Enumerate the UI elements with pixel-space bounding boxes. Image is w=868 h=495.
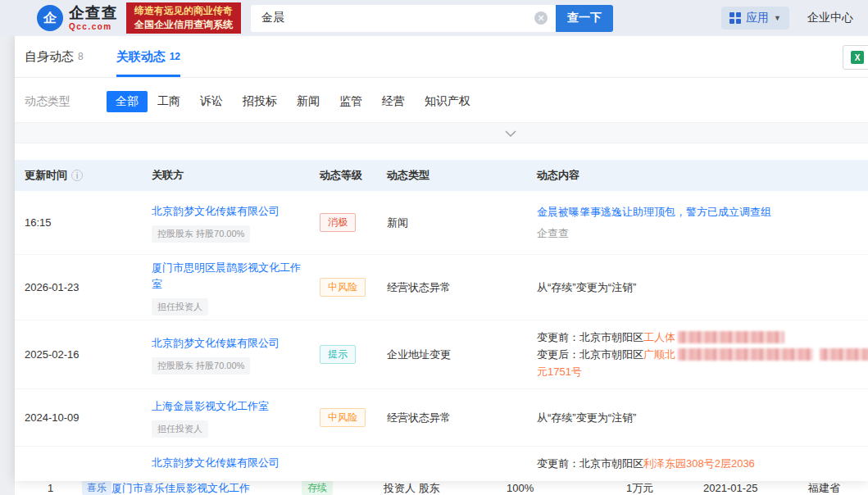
slogan-line1: 缔造有远见的商业传奇 [134,4,233,18]
search-box: ✕ 查一下 [251,5,613,32]
apps-label: 应用 [746,11,769,25]
address-before: 变更前：北京市朝阳区工人体 [537,329,784,346]
party-link[interactable]: 北京韵梦文化传媒有限公司 [152,455,279,471]
address-after-tail: 元1751号 [537,363,582,380]
tabs-bar: 自身动态 8 关联动态 12 X 导出 [15,36,868,78]
party-role-tag: 控股股东 持股70.00% [152,225,250,243]
level-badge-tip: 提示 [320,345,356,364]
qcc-logo-icon: 企 [37,5,63,31]
party-link[interactable]: 上海金晨影视文化工作室 [152,398,269,415]
export-button[interactable]: X 导出 [843,45,868,70]
table-row: 16:15 北京韵梦文化传媒有限公司 控股股东 持股70.00% 消极 新闻 金… [15,191,868,255]
tab-related-dynamics[interactable]: 关联动态 12 [116,36,180,77]
address-before-label: 变更前：北京市朝阳区 [537,331,643,343]
amount-cell: 1万元 [626,481,653,495]
tab-count: 12 [170,51,180,62]
enterprise-center-link[interactable]: 企业中心 [807,11,853,25]
table-row: 2024-10-09 上海金晨影视文化工作室 担任投资人 中风险 经营状态异常 … [15,389,868,447]
row-type: 新闻 [387,216,408,230]
redacted-text [678,348,813,361]
row-time: 2024-10-09 [25,411,80,424]
table-row: 2026-01-23 厦门市思明区晨鹊影视文化工作室 担任投资人 中风险 经营状… [15,255,868,320]
company-link[interactable]: 厦门市喜乐佳辰影视文化工作 [111,481,250,495]
date-cell: 2021-01-25 [703,481,758,495]
redacted-text [820,348,868,361]
tab-label: 关联动态 [116,49,166,65]
tab-count: 8 [78,51,84,62]
party-link[interactable]: 北京韵梦文化传媒有限公司 [152,335,279,352]
qcc-logo[interactable]: 企 企查查 Qcc.com [37,5,118,31]
news-source: 企查查 [537,226,569,241]
row-time: 2026-01-23 [25,281,80,293]
slogan-banner: 缔造有远见的商业传奇 全国企业信用查询系统 [126,2,241,34]
col-header-level: 动态等级 [320,168,362,183]
news-title-link[interactable]: 金晨被曝肇事逃逸让助理顶包，警方已成立调查组 [537,204,771,220]
tab-label: 自身动态 [25,49,74,65]
table-header: 更新时间 i 关联方 动态等级 动态类型 动态内容 [15,160,868,191]
redacted-text [678,331,784,343]
level-badge-negative: 消极 [320,213,356,232]
filter-all[interactable]: 全部 [107,91,148,112]
page-gutter [0,36,15,495]
level-badge-medium: 中风险 [320,408,366,427]
address-before-label: 变更前：北京市朝阳区 [537,457,643,470]
background-table-row: 1 喜乐 厦门市喜乐佳辰影视文化工作 存续 投资人 股东 100% 1万元 20… [0,481,868,495]
col-header-content: 动态内容 [537,168,579,183]
address-before: 变更前：北京市朝阳区利泽东园308号2层2036 [537,455,755,472]
row-content: 从“存续”变更为“注销” [537,411,636,425]
clear-search-icon[interactable]: ✕ [534,11,548,25]
party-role-tag: 担任投资人 [152,420,208,438]
table-row: 2025-02-16 北京韵梦文化传媒有限公司 控股股东 持股70.00% 提示… [15,320,868,389]
party-role-tag: 控股股东 持股70.00% [152,357,250,375]
address-after-highlight: 广顺北 [643,348,675,361]
table-row: 北京韵梦文化传媒有限公司 变更前：北京市朝阳区利泽东园308号2层2036 [15,447,868,481]
col-header-type: 动态类型 [387,168,429,183]
chevron-down-icon: ▼ [774,14,781,22]
percent-cell: 100% [507,481,534,495]
filter-lawsuit[interactable]: 诉讼 [200,91,223,112]
filter-bidding[interactable]: 招投标 [243,91,277,112]
row-type: 经营状态异常 [387,411,451,425]
info-icon[interactable]: i [71,170,83,181]
filter-supervision[interactable]: 监管 [339,91,362,112]
party-link[interactable]: 厦门市思明区晨鹊影视文化工作室 [152,260,308,293]
slogan-line2: 全国企业信用查询系统 [134,18,233,32]
search-input[interactable] [251,5,556,32]
row-type: 经营状态异常 [387,280,451,295]
search-button[interactable]: 查一下 [556,5,613,32]
filter-business[interactable]: 工商 [157,91,180,112]
apps-dropdown[interactable]: 应用 ▼ [721,7,789,30]
chevron-down-icon [505,130,516,138]
collapse-toggle[interactable] [15,122,868,143]
address-after: 变更后：北京市朝阳区广顺北 [537,346,868,363]
dynamics-modal: 自身动态 8 关联动态 12 X 导出 动态类型 全部 工商 诉讼 招投标 新闻… [15,36,868,481]
brand-name: 企查查 [69,5,118,20]
company-short-tag: 喜乐 [82,481,111,495]
row-type: 企业地址变更 [387,347,451,362]
dynamics-type-filter: 动态类型 全部 工商 诉讼 招投标 新闻 监管 经营 知识产权 [15,78,868,112]
level-badge-medium: 中风险 [320,278,366,297]
row-index: 1 [48,481,53,495]
top-navbar: 企 企查查 Qcc.com 缔造有远见的商业传奇 全国企业信用查询系统 ✕ 查一… [0,0,868,36]
col-header-time: 更新时间 [25,168,67,183]
row-content: 从“存续”变更为“注销” [537,280,636,295]
filter-label: 动态类型 [25,94,70,109]
filter-ip[interactable]: 知识产权 [425,91,470,112]
dynamics-table: 更新时间 i 关联方 动态等级 动态类型 动态内容 16:15 北京韵梦文化传媒… [15,160,868,481]
excel-icon: X [851,51,864,64]
party-role-tag: 担任投资人 [152,298,208,316]
address-before-highlight: 利泽东园308号2层2036 [643,457,755,470]
grid-icon [729,12,741,24]
address-after-label: 变更后：北京市朝阳区 [537,348,643,361]
filter-operation[interactable]: 经营 [382,91,405,112]
address-before-highlight: 工人体 [643,331,675,343]
status-badge: 存续 [302,481,333,495]
row-time: 16:15 [25,216,52,229]
tab-self-dynamics[interactable]: 自身动态 8 [25,36,84,77]
party-link[interactable]: 北京韵梦文化传媒有限公司 [152,203,279,220]
address-tail-highlight: 元1751号 [537,366,582,378]
filter-news[interactable]: 新闻 [297,91,320,112]
role-cell: 投资人 股东 [384,481,440,495]
brand-domain: Qcc.com [69,23,118,31]
col-header-party: 关联方 [152,168,184,183]
